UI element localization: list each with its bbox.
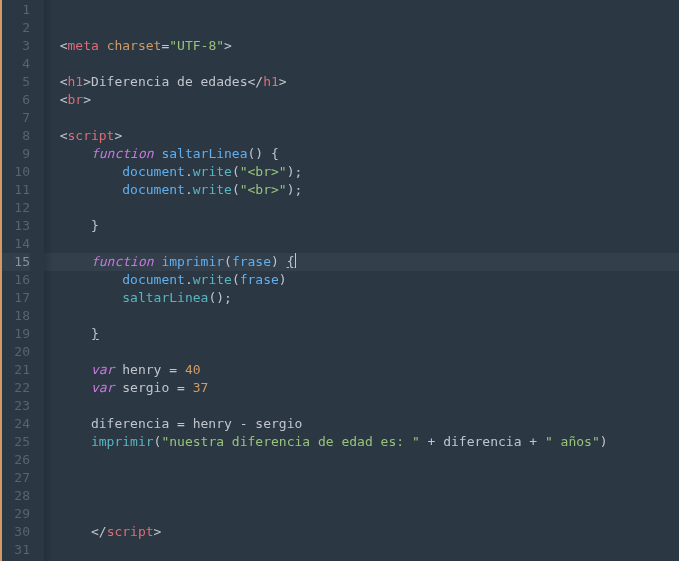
- code-token: (: [232, 182, 240, 197]
- line-number: 25: [2, 433, 30, 451]
- code-line[interactable]: [44, 505, 679, 523]
- code-token: diferencia: [435, 434, 529, 449]
- line-number: 1: [2, 1, 30, 19]
- code-token: (: [232, 164, 240, 179]
- code-line[interactable]: [44, 451, 679, 469]
- code-token: </: [248, 74, 264, 89]
- code-line[interactable]: [44, 1, 679, 19]
- code-token: saltarLinea: [161, 146, 247, 161]
- code-line[interactable]: var sergio = 37: [44, 379, 679, 397]
- line-number: 15: [2, 253, 30, 271]
- line-number: 20: [2, 343, 30, 361]
- line-number: 27: [2, 469, 30, 487]
- code-line[interactable]: [44, 235, 679, 253]
- code-token: (: [224, 254, 232, 269]
- line-number: 23: [2, 397, 30, 415]
- code-token: =: [177, 380, 185, 395]
- code-token: write: [193, 164, 232, 179]
- code-token: h1: [263, 74, 279, 89]
- code-token: ): [271, 254, 287, 269]
- code-line[interactable]: saltarLinea();: [44, 289, 679, 307]
- code-line[interactable]: [44, 307, 679, 325]
- line-number: 21: [2, 361, 30, 379]
- code-token: 37: [193, 380, 209, 395]
- code-token: .: [185, 182, 193, 197]
- line-number: 11: [2, 181, 30, 199]
- code-token: -: [240, 416, 248, 431]
- code-line[interactable]: [44, 343, 679, 361]
- code-line[interactable]: }: [44, 325, 679, 343]
- code-token: script: [107, 524, 154, 539]
- code-line[interactable]: document.write(frase): [44, 271, 679, 289]
- code-token: var: [91, 380, 114, 395]
- code-token: +: [529, 434, 537, 449]
- code-token: }: [91, 218, 99, 233]
- code-token: .: [185, 164, 193, 179]
- code-token: =: [169, 362, 177, 377]
- code-line[interactable]: [44, 541, 679, 559]
- code-line[interactable]: [44, 397, 679, 415]
- code-token: >: [279, 74, 287, 89]
- code-token: frase: [232, 254, 271, 269]
- code-line[interactable]: [44, 487, 679, 505]
- code-line[interactable]: imprimir("nuestra diferencia de edad es:…: [44, 433, 679, 451]
- code-token: 40: [185, 362, 201, 377]
- code-token: "nuestra diferencia de edad es: ": [161, 434, 419, 449]
- code-line[interactable]: function imprimir(frase) {: [44, 253, 679, 271]
- line-number: 29: [2, 505, 30, 523]
- code-line[interactable]: <meta charset="UTF-8">: [44, 37, 679, 55]
- code-token: br: [67, 92, 83, 107]
- code-token: () {: [248, 146, 279, 161]
- code-token: write: [193, 182, 232, 197]
- code-token: [537, 434, 545, 449]
- code-line[interactable]: <br>: [44, 91, 679, 109]
- code-token: Diferencia de edades: [91, 74, 248, 89]
- line-number: 24: [2, 415, 30, 433]
- code-line[interactable]: document.write("<br>");: [44, 181, 679, 199]
- code-token: >: [224, 38, 232, 53]
- code-token: {: [287, 254, 295, 269]
- code-line[interactable]: </script>: [44, 523, 679, 541]
- code-token: henry: [114, 362, 169, 377]
- code-line[interactable]: }: [44, 217, 679, 235]
- code-token: henry: [185, 416, 240, 431]
- line-number: 18: [2, 307, 30, 325]
- line-number: 19: [2, 325, 30, 343]
- code-token: [177, 362, 185, 377]
- line-number: 8: [2, 127, 30, 145]
- code-line[interactable]: [44, 55, 679, 73]
- code-token: write: [193, 272, 232, 287]
- code-line[interactable]: [44, 469, 679, 487]
- code-editor-area[interactable]: <meta charset="UTF-8"> <h1>Diferencia de…: [44, 0, 679, 561]
- text-cursor: [295, 253, 296, 268]
- code-line[interactable]: [44, 19, 679, 37]
- code-token: "<br>": [240, 182, 287, 197]
- code-token: h1: [67, 74, 83, 89]
- code-token: .: [185, 272, 193, 287]
- code-token: >: [83, 74, 91, 89]
- code-token: document: [122, 272, 185, 287]
- code-line[interactable]: function saltarLinea() {: [44, 145, 679, 163]
- code-token: sergio: [114, 380, 177, 395]
- line-number-gutter: 1234567891011121314151617181920212223242…: [0, 0, 44, 561]
- code-token: frase: [240, 272, 279, 287]
- code-token: imprimir: [91, 434, 154, 449]
- line-number: 12: [2, 199, 30, 217]
- code-line[interactable]: <script>: [44, 127, 679, 145]
- gutter-accent: [0, 0, 2, 561]
- code-line[interactable]: diferencia = henry - sergio: [44, 415, 679, 433]
- code-token: diferencia: [91, 416, 177, 431]
- code-token: ();: [208, 290, 231, 305]
- code-token: (: [232, 272, 240, 287]
- code-token: saltarLinea: [122, 290, 208, 305]
- code-line[interactable]: [44, 199, 679, 217]
- code-token: ): [279, 272, 287, 287]
- code-line[interactable]: [44, 109, 679, 127]
- code-token: );: [287, 164, 303, 179]
- code-line[interactable]: <h1>Diferencia de edades</h1>: [44, 73, 679, 91]
- code-line[interactable]: var henry = 40: [44, 361, 679, 379]
- code-token: }: [91, 326, 99, 341]
- code-line[interactable]: document.write("<br>");: [44, 163, 679, 181]
- line-number: 13: [2, 217, 30, 235]
- code-token: imprimir: [161, 254, 224, 269]
